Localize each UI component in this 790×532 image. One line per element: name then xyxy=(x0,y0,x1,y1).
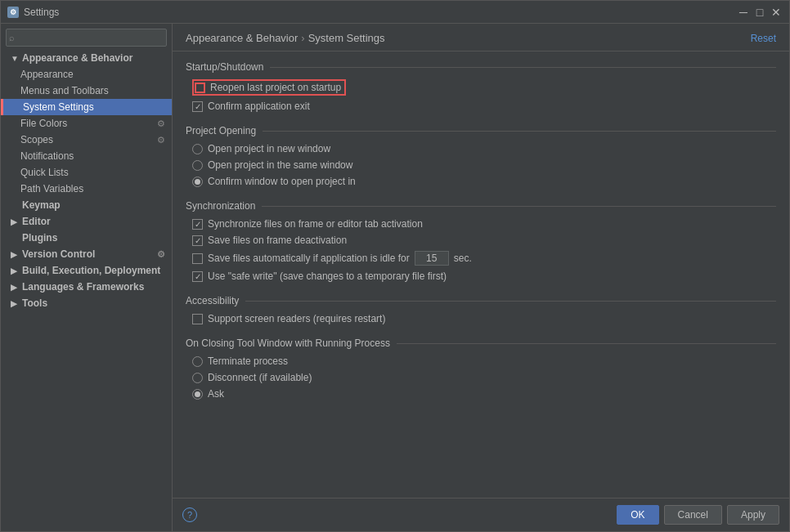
breadcrumb-separator: › xyxy=(301,32,304,44)
new-window-row: Open project in new window xyxy=(186,143,776,154)
sidebar-item-build-execution[interactable]: ▶ Build, Execution, Deployment xyxy=(1,262,172,279)
terminate-radio[interactable] xyxy=(192,356,203,367)
confirm-window-row: Confirm window to open project in xyxy=(186,176,776,187)
maximize-button[interactable]: □ xyxy=(753,6,766,19)
sidebar-item-menus-toolbars[interactable]: Menus and Toolbars xyxy=(1,83,172,99)
gear-icon-vc: ⚙ xyxy=(157,249,165,260)
sidebar-item-file-colors[interactable]: File Colors ⚙ xyxy=(1,115,172,132)
sidebar-item-system-settings[interactable]: System Settings xyxy=(1,99,172,115)
idle-seconds-input[interactable] xyxy=(415,251,449,266)
project-opening-title: Project Opening xyxy=(186,125,776,136)
sync-files-row: Synchronize files on frame or editor tab… xyxy=(186,218,776,230)
breadcrumb-current: System Settings xyxy=(308,32,385,44)
sidebar-item-keymap[interactable]: Keymap xyxy=(1,197,172,213)
minimize-button[interactable]: ─ xyxy=(737,6,750,19)
sec-label: sec. xyxy=(454,253,472,264)
same-window-label[interactable]: Open project in the same window xyxy=(208,159,352,171)
screen-readers-checkbox[interactable] xyxy=(192,314,203,324)
reopen-highlight-box: Reopen last project on startup xyxy=(192,79,346,96)
save-deactivation-checkbox[interactable] xyxy=(192,235,203,246)
sidebar-item-version-control[interactable]: ▶ Version Control ⚙ xyxy=(1,246,172,262)
settings-window: ⚙ Settings ─ □ ✕ ⌕ ▼ Appearance & Behavi… xyxy=(0,0,790,532)
sidebar-item-notifications[interactable]: Notifications xyxy=(1,148,172,164)
closing-tool-window-title: On Closing Tool Window with Running Proc… xyxy=(186,338,776,349)
app-icon: ⚙ xyxy=(7,7,19,18)
chevron-right-icon-tools: ▶ xyxy=(11,299,19,308)
search-box[interactable]: ⌕ xyxy=(6,29,167,47)
chevron-right-icon-editor: ▶ xyxy=(11,217,19,226)
project-opening-section: Project Opening Open project in new wind… xyxy=(186,125,776,187)
disconnect-row: Disconnect (if available) xyxy=(186,372,776,383)
safe-write-label[interactable]: Use "safe write" (save changes to a temp… xyxy=(208,270,447,282)
action-buttons: OK Cancel Apply xyxy=(617,505,779,525)
gear-icon: ⚙ xyxy=(157,118,165,129)
disconnect-radio[interactable] xyxy=(192,373,203,383)
ask-label[interactable]: Ask xyxy=(208,388,224,400)
sidebar-item-appearance[interactable]: Appearance xyxy=(1,66,172,83)
gear-icon-scopes: ⚙ xyxy=(157,135,165,145)
sidebar-item-plugins[interactable]: Plugins xyxy=(1,230,172,246)
bottom-bar: ? OK Cancel Apply xyxy=(173,498,789,531)
confirm-exit-checkbox[interactable] xyxy=(192,101,203,112)
startup-shutdown-title: Startup/Shutdown xyxy=(186,61,776,73)
same-window-radio[interactable] xyxy=(192,160,203,171)
settings-content: Startup/Shutdown Reopen last project on … xyxy=(173,51,789,498)
accessibility-title: Accessibility xyxy=(186,295,776,306)
new-window-radio[interactable] xyxy=(192,144,203,154)
search-input[interactable] xyxy=(6,29,167,47)
closing-tool-window-section: On Closing Tool Window with Running Proc… xyxy=(186,338,776,400)
save-deactivation-label[interactable]: Save files on frame deactivation xyxy=(208,235,347,246)
confirm-exit-label[interactable]: Confirm application exit xyxy=(208,101,310,112)
screen-readers-label[interactable]: Support screen readers (requires restart… xyxy=(208,313,385,324)
cancel-button[interactable]: Cancel xyxy=(664,505,722,525)
confirm-exit-row: Confirm application exit xyxy=(186,101,776,112)
sync-files-label[interactable]: Synchronize files on frame or editor tab… xyxy=(208,218,423,230)
sidebar-item-languages-frameworks[interactable]: ▶ Languages & Frameworks xyxy=(1,279,172,295)
new-window-label[interactable]: Open project in new window xyxy=(208,143,330,154)
reopen-project-row: Reopen last project on startup xyxy=(186,79,776,96)
chevron-right-icon-plugins xyxy=(11,234,19,243)
ask-radio[interactable] xyxy=(192,389,203,400)
safe-write-checkbox[interactable] xyxy=(192,271,203,282)
main-panel: Appearance & Behavior › System Settings … xyxy=(173,24,789,531)
close-button[interactable]: ✕ xyxy=(770,6,783,19)
search-icon: ⌕ xyxy=(9,33,15,42)
sidebar-item-appearance-behavior[interactable]: ▼ Appearance & Behavior xyxy=(1,50,172,66)
chevron-right-icon-vc: ▶ xyxy=(11,250,19,259)
reopen-last-project-label[interactable]: Reopen last project on startup xyxy=(210,82,341,93)
chevron-right-icon-lang: ▶ xyxy=(11,283,19,292)
safe-write-row: Use "safe write" (save changes to a temp… xyxy=(186,270,776,282)
sidebar-item-quick-lists[interactable]: Quick Lists xyxy=(1,164,172,181)
disconnect-label[interactable]: Disconnect (if available) xyxy=(208,372,312,383)
chevron-down-icon: ▼ xyxy=(11,54,19,63)
panel-header: Appearance & Behavior › System Settings … xyxy=(173,24,789,51)
window-title: Settings xyxy=(24,7,737,18)
sync-files-checkbox[interactable] xyxy=(192,219,203,230)
synchronization-title: Synchronization xyxy=(186,200,776,212)
ok-button[interactable]: OK xyxy=(617,505,658,525)
breadcrumb: Appearance & Behavior › System Settings xyxy=(186,32,385,44)
sidebar-item-tools[interactable]: ▶ Tools xyxy=(1,295,172,311)
chevron-right-icon-keymap xyxy=(11,201,19,210)
breadcrumb-parent: Appearance & Behavior xyxy=(186,32,298,44)
terminate-row: Terminate process xyxy=(186,355,776,367)
synchronization-section: Synchronization Synchronize files on fra… xyxy=(186,200,776,282)
sidebar: ⌕ ▼ Appearance & Behavior Appearance Men… xyxy=(1,24,173,531)
title-bar: ⚙ Settings ─ □ ✕ xyxy=(1,1,789,24)
screen-readers-row: Support screen readers (requires restart… xyxy=(186,313,776,324)
confirm-window-label[interactable]: Confirm window to open project in xyxy=(208,176,356,187)
apply-button[interactable]: Apply xyxy=(727,505,779,525)
sidebar-item-editor[interactable]: ▶ Editor xyxy=(1,213,172,230)
reopen-last-project-checkbox[interactable] xyxy=(195,83,205,93)
help-button[interactable]: ? xyxy=(182,507,197,522)
accessibility-section: Accessibility Support screen readers (re… xyxy=(186,295,776,324)
save-idle-checkbox[interactable] xyxy=(192,253,203,264)
reset-link[interactable]: Reset xyxy=(751,33,776,44)
sidebar-item-scopes[interactable]: Scopes ⚙ xyxy=(1,132,172,148)
terminate-label[interactable]: Terminate process xyxy=(208,355,288,367)
sidebar-item-path-variables[interactable]: Path Variables xyxy=(1,181,172,197)
save-idle-label[interactable]: Save files automatically if application … xyxy=(208,253,410,264)
main-content-area: ⌕ ▼ Appearance & Behavior Appearance Men… xyxy=(1,24,789,531)
chevron-right-icon-build: ▶ xyxy=(11,266,19,275)
confirm-window-radio[interactable] xyxy=(192,177,203,187)
